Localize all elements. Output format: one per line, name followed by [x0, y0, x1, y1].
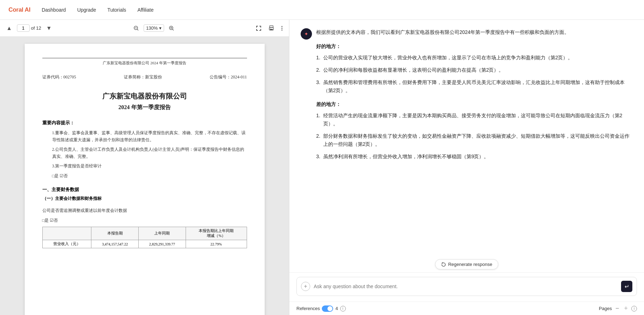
list-item: 3. 虽然净利润有所增长，但营业外收入增加，净利润增长不够稳固（第9页）。 [316, 153, 633, 161]
pdf-header-line [42, 58, 247, 58]
navbar: Coral AI Dashboard Upgrade Tutorials Aff… [0, 0, 644, 20]
nav-tutorials[interactable]: Tutorials [107, 7, 126, 13]
list-item: 2. 公司的净利润和每股收益都有显著增长，这表明公司的盈利能力在提高（第2页）。 [316, 66, 633, 74]
regenerate-icon [441, 262, 446, 267]
ai-footer: References 4 i Pages − + i [289, 302, 644, 315]
svg-rect-8 [256, 26, 257, 28]
list-number: 1. [316, 54, 320, 62]
pdf-content-wrapper[interactable]: 广东新宝电器股份有限公司 2024 年第一季度报告 证券代码：002705 证券… [0, 37, 289, 315]
pdf-important-body-1: 1.董事会、监事会及董事、监事、高级管理人员保证季度报告的真实、准确、完整，不存… [52, 130, 247, 143]
svg-rect-12 [256, 29, 257, 31]
pdf-table-checkbox: □是 ☑否 [42, 217, 247, 224]
list-text: 部分财务数据和财务指标发生了较大的变动，如交易性金融资产下降、应收款项融资减少、… [323, 132, 633, 148]
more-options-button[interactable] [279, 24, 285, 32]
list-item: 1. 公司的营业收入实现了较大增长，营业外收入也有所增加，这显示了公司在市场上的… [316, 54, 633, 62]
svg-point-20 [282, 28, 283, 29]
list-number: 3. [316, 78, 320, 95]
table-header-previous: 上年同期 [139, 227, 186, 240]
ai-bad-title: 差的地方： [316, 100, 633, 109]
svg-rect-15 [270, 26, 273, 28]
zoom-out-icon [134, 26, 139, 31]
info-text: i [634, 307, 634, 310]
references-count: 4 [335, 306, 338, 311]
fit-button[interactable] [254, 24, 264, 32]
fit-icon [256, 25, 261, 31]
list-item: 1. 经营活动产生的现金流量净额下降，主要是因为本期购买商品、接受劳务支付的现金… [316, 112, 633, 128]
svg-point-19 [282, 26, 283, 27]
list-number: 3. [316, 153, 320, 161]
plus-icon: + [304, 283, 307, 290]
pdf-meta-name: 证券简称：新宝股份 [124, 74, 162, 80]
pages-minus-button[interactable]: − [614, 305, 621, 312]
pdf-checkbox-audit: □是 ☑否 [52, 173, 247, 180]
ai-chat-area[interactable]: ✦ 根据所提供的文本内容，我们可以看到广东新宝电器股份有限公司2024年第一季度… [289, 20, 644, 256]
references-section: References 4 i [296, 305, 346, 312]
list-text: 公司的净利润和每股收益都有显著增长，这表明公司的盈利能力在提高（第2页）。 [323, 66, 504, 74]
ai-send-button[interactable]: ↵ [621, 281, 632, 292]
pdf-table-question: 公司是否需追溯调整或重述以前年度会计数据 [42, 207, 247, 214]
page-input-group: of 12 [17, 24, 41, 32]
pdf-toolbar: ▲ of 12 ▼ 130% ▾ [0, 20, 289, 37]
page-total-label: of 12 [31, 25, 41, 31]
pdf-meta-announcement: 公告编号：2024-011 [210, 74, 247, 80]
references-info-icon[interactable]: i [340, 306, 346, 311]
pages-plus-button[interactable]: + [622, 305, 629, 312]
print-button[interactable] [266, 24, 276, 32]
table-row: 营业收入（元） 3,474,157,547.22 2,829,291,339.7… [42, 240, 247, 248]
nav-dashboard[interactable]: Dashboard [42, 7, 66, 13]
references-label: References [296, 306, 320, 311]
table-cell-previous: 2,829,291,339.77 [139, 240, 186, 248]
svg-rect-10 [260, 26, 261, 28]
pages-section: Pages − + i [599, 305, 637, 312]
pages-info-icon[interactable]: i [631, 306, 637, 311]
send-icon: ↵ [625, 283, 629, 290]
pdf-financial-table: 本报告期 上年同期 本报告期比上年同期增减（%） 营业收入（元） 3,474,1… [42, 227, 247, 248]
svg-line-2 [137, 29, 138, 30]
list-number: 1. [316, 112, 320, 128]
ai-avatar: ✦ [301, 28, 312, 40]
pdf-important-body-2: 2.公司负责人、主管会计工作负责人及会计机构负责人(会计主管人员)声明：保证季度… [52, 146, 247, 160]
pdf-table-section: 公司是否需追溯调整或重述以前年度会计数据 □是 ☑否 本报告期 上年同期 本报告… [42, 207, 247, 248]
list-text: 经营活动产生的现金流量净额下降，主要是因为本期购买商品、接受劳务支付的现金增加，… [323, 112, 633, 128]
list-text: 公司的营业收入实现了较大增长，营业外收入也有所增加，这显示了公司在市场上的竞争力… [323, 54, 573, 62]
zoom-in-button[interactable] [167, 24, 176, 32]
pdf-sub-title: 2024 年第一季度报告 [42, 104, 247, 111]
list-number: 2. [316, 66, 320, 74]
regenerate-button[interactable]: Regenerate response [435, 259, 498, 269]
ai-avatar-icon: ✦ [304, 31, 308, 37]
ai-text-content: 根据所提供的文本内容，我们可以看到广东新宝电器股份有限公司2024年第一季度报告… [316, 28, 633, 165]
nav-upgrade[interactable]: Upgrade [77, 7, 96, 13]
svg-point-21 [282, 29, 283, 30]
page-number-input[interactable] [17, 24, 30, 32]
ai-attach-button[interactable]: + [301, 282, 310, 291]
list-item: 3. 虽然销售费用和管理费用有所增长，但财务费用下降，主要是受人民币兑美元汇率波… [316, 78, 633, 95]
zoom-out-button[interactable] [132, 24, 141, 32]
list-text: 虽然净利润有所增长，但营业外收入增加，净利润增长不够稳固（第9页）。 [323, 153, 489, 161]
table-cell-current: 3,474,157,547.22 [91, 240, 139, 248]
nav-affiliate[interactable]: Affiliate [138, 7, 154, 13]
print-icon [269, 25, 274, 31]
references-toggle[interactable] [322, 305, 333, 312]
zoom-level-display[interactable]: 130% ▾ [144, 24, 164, 32]
pdf-main-title: 广东新宝电器股份有限公司 [42, 91, 247, 101]
info-text: i [343, 307, 343, 310]
ai-question-input[interactable] [314, 284, 618, 289]
regenerate-bar: Regenerate response [289, 256, 644, 272]
ai-good-list: 1. 公司的营业收入实现了较大增长，营业外收入也有所增加，这显示了公司在市场上的… [316, 54, 633, 95]
pdf-section1-sub: （一）主要会计数据和财务指标 [42, 196, 247, 202]
pdf-important-body-3: 3.第一季度报告是否经审计 [52, 163, 247, 170]
table-header-item [42, 227, 91, 240]
svg-point-18 [270, 28, 271, 29]
pdf-header-title: 广东新宝电器股份有限公司 2024 年第一季度报告 [42, 60, 247, 66]
ai-good-title: 好的地方： [316, 42, 633, 51]
pdf-section1-title: 一、主要财务数据 [42, 186, 247, 193]
page-prev-button[interactable]: ▲ [4, 24, 14, 33]
table-header-change: 本报告期比上年同期增减（%） [186, 227, 247, 240]
zoom-in-icon [169, 26, 174, 31]
ai-bad-list: 1. 经营活动产生的现金流量净额下降，主要是因为本期购买商品、接受劳务支付的现金… [316, 112, 633, 161]
page-next-button[interactable]: ▼ [44, 24, 54, 33]
list-number: 2. [316, 132, 320, 148]
brand-logo: Coral AI [8, 6, 30, 13]
regenerate-label: Regenerate response [448, 262, 492, 267]
pdf-important-heading: 重要内容提示： [42, 120, 247, 126]
